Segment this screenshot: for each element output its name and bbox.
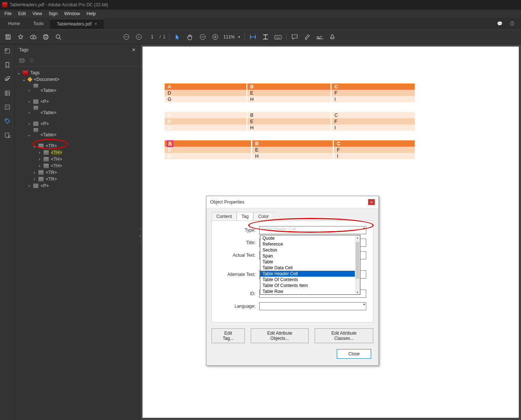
dropdown-scrollbar[interactable]: ▴ ▾ [355, 235, 360, 294]
dropdown-option[interactable]: Quote [260, 235, 360, 241]
panel-options-icon[interactable] [19, 58, 26, 64]
bookmark-icon[interactable] [4, 61, 11, 69]
language-combo[interactable]: ▼ [259, 302, 366, 310]
hand-icon[interactable] [186, 33, 195, 41]
chat-icon[interactable]: 💬 [496, 20, 503, 27]
sign-icon[interactable] [315, 33, 324, 41]
title-label: Title: [219, 240, 256, 245]
layers-icon[interactable] [4, 89, 11, 97]
keyboard-icon[interactable] [274, 33, 282, 41]
dialog-tab-tag[interactable]: Tag [237, 212, 253, 221]
svg-rect-6 [5, 49, 10, 53]
tree-p-3[interactable]: ›<P> [17, 182, 138, 189]
object-properties-dialog: Object Properties ✕ Content Tag Color Ty… [206, 196, 379, 366]
dropdown-option[interactable]: Table [260, 259, 360, 265]
panel-info-icon[interactable]: ⓘ [30, 58, 34, 64]
comment-icon[interactable] [290, 33, 299, 41]
dropdown-option[interactable]: Section [260, 247, 360, 253]
tree-th-1[interactable]: ›<TH> [17, 149, 138, 156]
tree-tr-3[interactable]: ›<TR> [17, 176, 138, 182]
edit-attr-classes-button[interactable]: Edit Attribute Classes... [315, 328, 373, 343]
menu-view[interactable]: View [30, 10, 45, 17]
tab-document-label: TableHeaders.pdf [57, 21, 92, 27]
help-icon[interactable]: ⓘ [508, 20, 516, 27]
edit-tag-button[interactable]: Edit Tag... [212, 328, 245, 343]
menu-edit[interactable]: Edit [15, 10, 29, 17]
tree-document[interactable]: ⌄<Document> [17, 76, 138, 83]
dropdown-option[interactable]: Reference [260, 241, 360, 247]
dropdown-option[interactable]: Table Row [260, 288, 360, 294]
dropdown-option[interactable]: Table Of Contents [260, 277, 360, 283]
edit-attr-objects-button[interactable]: Edit Attribute Objects... [251, 328, 309, 343]
attachment-icon[interactable] [4, 75, 11, 83]
dropdown-option-selected[interactable]: Table Header Cell [260, 271, 360, 277]
type-combo[interactable]: Table Header Cell ▼ [259, 226, 366, 234]
svg-rect-7 [5, 49, 7, 51]
dialog-close-icon[interactable]: ✕ [368, 199, 375, 205]
tree-th-2[interactable]: ›<TH> [17, 156, 138, 163]
page-input[interactable] [147, 34, 157, 40]
selected-cell: A [168, 141, 172, 146]
dropdown-option[interactable]: Span [260, 253, 360, 259]
scroll-up-icon[interactable]: ▴ [355, 235, 360, 240]
doc-table-3: ABC DEF GHI [165, 140, 416, 159]
content-icon[interactable] [4, 132, 11, 139]
tab-document[interactable]: TableHeaders.pdf × [50, 19, 104, 29]
search-icon[interactable] [54, 33, 63, 41]
stamp-icon[interactable] [328, 33, 337, 41]
type-label: Type: [219, 228, 256, 233]
tree-p-1[interactable]: ›<P> [17, 98, 138, 105]
tree-table-1[interactable]: ›<Table> [17, 83, 138, 98]
thumbnails-icon[interactable] [4, 47, 11, 55]
dialog-tab-color[interactable]: Color [253, 212, 274, 221]
tags-icon[interactable] [4, 117, 11, 125]
svg-point-0 [56, 35, 60, 38]
type-dropdown: Quote Reference Section Span Table Table… [260, 235, 360, 295]
zoom-level[interactable]: 111%▼ [223, 34, 241, 40]
print-icon[interactable] [41, 33, 50, 41]
page-up-icon[interactable] [122, 33, 131, 41]
panel-close-icon[interactable]: ✕ [132, 47, 136, 52]
zoom-in-icon[interactable] [211, 33, 220, 41]
menu-bar: File Edit View Sign Window Help [0, 10, 521, 18]
tree-tr-2[interactable]: ›<TR> [17, 169, 138, 176]
tree-th-3[interactable]: ›<TH> [17, 163, 138, 169]
svg-point-2 [136, 34, 141, 40]
highlight-icon[interactable] [303, 33, 312, 41]
panel-title: Tags [19, 47, 28, 52]
window-title: TableHeaders.pdf - Adobe Acrobat Pro DC … [10, 2, 108, 7]
panel-expand-handle[interactable]: ◂ [138, 229, 141, 242]
tree-tags-root[interactable]: ⌄Tags [17, 69, 138, 76]
menu-help[interactable]: Help [84, 10, 99, 17]
order-icon[interactable] [4, 103, 11, 111]
zoom-out-icon[interactable] [198, 33, 207, 41]
fit-width-icon[interactable] [248, 33, 257, 41]
id-label: ID: [219, 291, 256, 296]
menu-file[interactable]: File [1, 10, 14, 17]
cloud-icon[interactable] [29, 33, 38, 41]
page-down-icon[interactable] [134, 33, 143, 41]
save-icon[interactable] [4, 33, 13, 41]
tree-table-2[interactable]: ›<Table> [17, 105, 138, 120]
tab-close-icon[interactable]: × [95, 21, 97, 27]
close-button[interactable]: Close [337, 349, 371, 359]
scroll-down-icon[interactable]: ▾ [355, 290, 360, 294]
tree-tr-1[interactable]: ⌄<TR> [17, 143, 138, 149]
fit-page-icon[interactable] [261, 33, 270, 41]
tree-p-2[interactable]: ›<P> [17, 120, 138, 127]
tree-table-3[interactable]: ⌄<Table> [17, 127, 138, 143]
tags-tree: ⌄Tags ⌄<Document> ›<Table> ›<P> ›<Table>… [15, 66, 140, 420]
pointer-icon[interactable] [173, 33, 182, 41]
menu-sign[interactable]: Sign [46, 10, 61, 17]
dropdown-option[interactable]: Table Data Cell [260, 265, 360, 271]
tab-tools[interactable]: Tools [27, 19, 50, 28]
svg-point-1 [124, 34, 129, 40]
chevron-down-icon: ▼ [363, 227, 366, 230]
tab-home[interactable]: Home [1, 19, 27, 28]
dropdown-option[interactable]: Table Of Contents Item [260, 283, 360, 288]
document-tabs: Home Tools TableHeaders.pdf × 💬 ⓘ [0, 18, 521, 30]
dialog-tab-content[interactable]: Content [212, 212, 237, 221]
star-icon[interactable] [16, 33, 25, 41]
scroll-thumb[interactable] [356, 242, 359, 279]
menu-window[interactable]: Window [61, 10, 83, 17]
